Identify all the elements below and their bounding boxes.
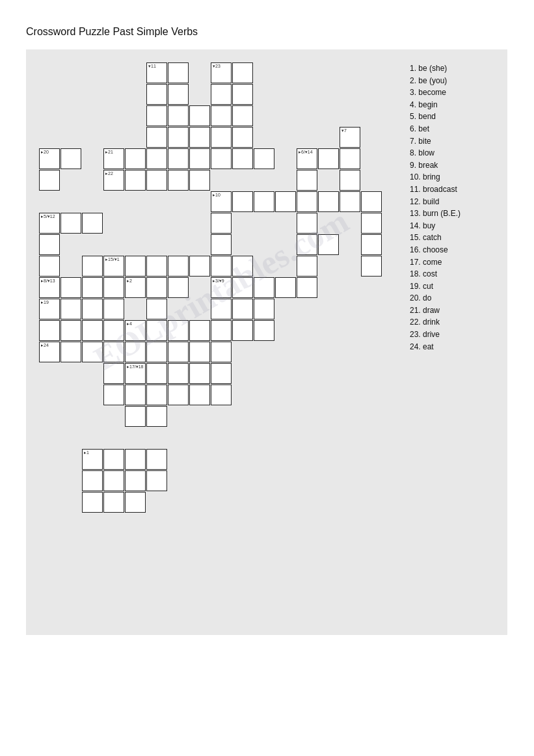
cell-r5c0	[39, 170, 60, 191]
crossword-grid: EOLprintables.com ▾11 ▾23	[39, 62, 403, 622]
cell-r17c5	[146, 449, 167, 470]
cell-r14c3	[103, 363, 124, 384]
clue-item: 23. drive	[410, 329, 501, 341]
cell-r12c7	[189, 320, 210, 341]
cell-r4c1	[60, 148, 81, 169]
cell-r0c8: ▾23	[211, 62, 232, 83]
clue-item: 24. eat	[410, 341, 501, 353]
cell-r2c8	[211, 105, 232, 126]
cell-r7c0: ▸5/▾12	[39, 213, 60, 234]
cell-r16c4	[125, 406, 146, 427]
cell-r4c12: ▸6/▾14	[297, 148, 317, 169]
cell-r10c8: ▸3/▾9	[211, 277, 232, 298]
clue-item: 22. drink	[410, 316, 501, 329]
cell-r11c8	[211, 299, 232, 319]
cell-r6c13	[318, 191, 339, 212]
cell-r13c6	[168, 342, 189, 362]
cell-r17c3	[103, 449, 124, 470]
cell-r15c5	[146, 385, 167, 405]
cell-r13c8	[211, 342, 232, 362]
cell-r17c2-1: ▸1	[82, 449, 103, 470]
clue-item: 8. blow	[410, 147, 501, 159]
cell-r6c11	[275, 191, 296, 212]
cell-r17c4	[125, 449, 146, 470]
cell-r14c5	[146, 363, 167, 384]
cell-r12c9	[232, 320, 253, 341]
clue-item: 7. bite	[410, 135, 501, 148]
cell-r13c7	[189, 342, 210, 362]
cell-r4c9	[232, 148, 253, 169]
clue-item: 5. bend	[410, 111, 501, 123]
clue-item: 19. cut	[410, 280, 501, 293]
cell-r11c10	[254, 299, 274, 319]
cell-r12c4-4: ▸4	[125, 320, 146, 341]
cell-r19c3	[103, 492, 124, 513]
cell-r3c9	[232, 127, 253, 148]
cell-r5c6	[168, 170, 189, 191]
cell-r8c8	[211, 234, 232, 255]
cell-r10c9	[232, 277, 253, 298]
cell-r12c0	[39, 320, 60, 341]
clue-item: 3. become	[410, 87, 501, 99]
cell-r13c4	[125, 342, 146, 362]
cell-r14c7	[189, 363, 210, 384]
cell-r9c2	[82, 256, 103, 277]
cell-r13c2	[82, 342, 103, 362]
cell-r1c8	[211, 84, 232, 105]
cell-r4c10	[254, 148, 274, 169]
cell-r8c0	[39, 234, 60, 255]
cell-r8c13	[318, 234, 339, 255]
cell-r5c3: ▸22	[103, 170, 124, 191]
cell-r4c0: ▸20	[39, 148, 60, 169]
cell-r1c6	[168, 84, 189, 105]
cell-r3c14: ▾7	[340, 127, 360, 148]
cell-r15c3	[103, 385, 124, 405]
cell-r0c9	[232, 62, 253, 83]
cell-r7c8	[211, 213, 232, 234]
clue-item: 13. burn (B.E.)	[410, 208, 501, 220]
cell-r18c5	[146, 470, 167, 491]
cell-r7c2	[82, 213, 103, 234]
cell-r9c5	[146, 256, 167, 277]
cell-r12c10	[254, 320, 274, 341]
cell-r10c4: ▸2	[125, 277, 146, 298]
cell-r10c5	[146, 277, 167, 298]
cell-r12c5	[146, 320, 167, 341]
cell-r13c0-24: ▸24	[39, 342, 60, 362]
cell-r9c6	[168, 256, 189, 277]
cell-r18c3	[103, 470, 124, 491]
cell-r15c6	[168, 385, 189, 405]
clue-item: 12. build	[410, 196, 501, 208]
clue-item: 15. catch	[410, 232, 501, 244]
cell-r9c15	[361, 256, 382, 277]
cell-r4c14	[340, 148, 360, 169]
clue-item: 11. broadcast	[410, 183, 501, 196]
cell-r10c0: ▸8/▾13	[39, 277, 60, 298]
cell-r5c14	[340, 170, 360, 191]
cell-r18c4	[125, 470, 146, 491]
cell-r10c10	[254, 277, 274, 298]
cell-r6c15	[361, 191, 382, 212]
cell-r2c5	[146, 105, 167, 126]
cell-r16c5	[146, 406, 167, 427]
cell-r4c4	[125, 148, 146, 169]
clue-item: 6. bet	[410, 123, 501, 135]
cell-r5c12	[297, 170, 317, 191]
cell-r6c14	[340, 191, 360, 212]
cell-r9c0	[39, 256, 60, 277]
cell-r14c4-17: ▸17/▾18	[125, 363, 146, 384]
cell-r15c7	[189, 385, 210, 405]
clue-item: 17. come	[410, 256, 501, 269]
cell-r4c5	[146, 148, 167, 169]
cell-r3c6	[168, 127, 189, 148]
cell-r4c3: ▸21	[103, 148, 124, 169]
clue-item: 16. choose	[410, 244, 501, 256]
cell-r10c11	[275, 277, 296, 298]
cell-r4c13	[318, 148, 339, 169]
cell-r9c9	[232, 256, 253, 277]
cell-r5c4	[125, 170, 146, 191]
cell-r4c8	[211, 148, 232, 169]
cell-r7c1	[60, 213, 81, 234]
cell-r7c15	[361, 213, 382, 234]
clue-item: 18. cost	[410, 268, 501, 280]
